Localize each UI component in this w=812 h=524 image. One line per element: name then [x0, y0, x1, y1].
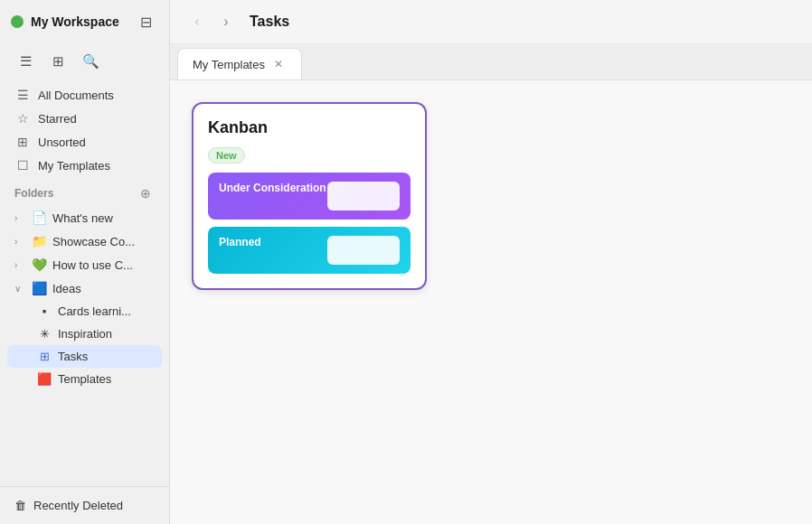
whats-new-label: What's new [52, 211, 113, 225]
tab-my-templates-label: My Templates [193, 58, 265, 71]
sidebar-item-my-templates[interactable]: ☐ My Templates [7, 154, 162, 177]
sidebar-item-ideas[interactable]: ∨ 🟦 Ideas [7, 276, 162, 300]
tab-bar: My Templates ✕ [170, 44, 812, 80]
starred-icon: ☆ [14, 111, 31, 126]
ideas-icon: 🟦 [31, 281, 47, 295]
kanban-card-placeholder [327, 236, 400, 265]
search-button[interactable]: 🔍 [76, 47, 105, 76]
starred-label: Starred [38, 112, 77, 126]
sidebar-item-templates[interactable]: 🟥 Templates [7, 368, 162, 390]
inspiration-icon: ✳ [36, 327, 52, 341]
new-badge: New [208, 147, 245, 164]
sidebar-item-how-to-use[interactable]: › 💚 How to use C... [7, 253, 162, 276]
showcase-icon: 📁 [31, 234, 47, 248]
cards-learning-icon: ▪ [36, 304, 52, 318]
inspiration-label: Inspiration [58, 327, 112, 341]
whats-new-icon: 📄 [31, 211, 47, 225]
all-documents-icon: ☰ [14, 88, 31, 102]
chevron-right-icon: › [14, 213, 25, 223]
close-tab-button[interactable]: ✕ [270, 56, 287, 72]
nav-arrows: ‹ › [184, 9, 239, 34]
tasks-icon: ⊞ [36, 350, 52, 363]
my-templates-icon: ☐ [14, 158, 31, 173]
back-button[interactable]: ‹ [184, 9, 210, 34]
sidebar-item-all-documents[interactable]: ☰ All Documents [7, 83, 162, 107]
chevron-right-icon: › [14, 260, 25, 270]
folders-label: Folders [14, 187, 53, 200]
kanban-preview: Under Consideration Planned [208, 173, 411, 274]
main-header: ‹ › Tasks [170, 0, 812, 44]
how-to-use-icon: 💚 [31, 257, 47, 272]
lane-under-consideration-label: Under Consideration [219, 182, 327, 194]
tab-my-templates[interactable]: My Templates ✕ [177, 48, 302, 80]
kanban-card-placeholder [327, 182, 400, 211]
sidebar-item-tasks[interactable]: ⊞ Tasks [7, 345, 162, 368]
grid-view-button[interactable]: ⊞ [43, 47, 72, 76]
chevron-right-icon: › [14, 237, 25, 247]
main-body: My Templates ✕ Kanban New Under Consider… [170, 44, 812, 524]
sidebar-item-showcase[interactable]: › 📁 Showcase Co... [7, 229, 162, 253]
forward-button[interactable]: › [213, 9, 239, 34]
main-content: ‹ › Tasks My Templates ✕ Kanban New Unde… [170, 0, 812, 524]
unsorted-label: Unsorted [38, 136, 86, 149]
recently-deleted-label: Recently Deleted [33, 499, 123, 512]
toggle-sidebar-button[interactable]: ⊟ [133, 9, 158, 34]
chevron-down-icon: ∨ [14, 284, 25, 294]
unsorted-icon: ⊞ [14, 135, 31, 149]
sidebar-actions: ☰ ⊞ 🔍 [0, 43, 169, 83]
ideas-label: Ideas [52, 282, 81, 295]
add-folder-button[interactable]: ⊕ [137, 184, 155, 202]
sidebar-item-unsorted[interactable]: ⊞ Unsorted [7, 130, 162, 154]
trash-icon: 🗑 [14, 499, 26, 512]
sidebar-item-starred[interactable]: ☆ Starred [7, 107, 162, 130]
template-content-area: Kanban New Under Consideration Planned [170, 80, 812, 524]
sidebar-nav: ☰ All Documents ☆ Starred ⊞ Unsorted ☐ M… [0, 83, 169, 177]
lane-planned-label: Planned [219, 236, 327, 248]
kanban-title: Kanban [208, 118, 411, 137]
how-to-use-label: How to use C... [52, 258, 133, 272]
page-title: Tasks [250, 14, 289, 30]
templates-icon: 🟥 [36, 372, 52, 386]
sidebar-item-cards-learning[interactable]: ▪ Cards learni... [7, 300, 162, 323]
list-view-button[interactable]: ☰ [11, 47, 40, 76]
sidebar-item-inspiration[interactable]: ✳ Inspiration [7, 323, 162, 345]
sidebar-item-recently-deleted[interactable]: 🗑 Recently Deleted [7, 494, 162, 517]
kanban-lane-planned: Planned [208, 227, 411, 274]
folders-header: Folders ⊕ [0, 177, 169, 206]
showcase-label: Showcase Co... [52, 235, 135, 248]
workspace-name: My Workspace [31, 14, 126, 29]
my-templates-label: My Templates [38, 159, 110, 173]
sidebar: My Workspace ⊟ ☰ ⊞ 🔍 ☰ All Documents ☆ S… [0, 0, 170, 524]
all-documents-label: All Documents [38, 89, 114, 102]
kanban-template-card[interactable]: Kanban New Under Consideration Planned [192, 102, 427, 290]
sidebar-header: My Workspace ⊟ [0, 0, 169, 43]
sidebar-item-whats-new[interactable]: › 📄 What's new [7, 206, 162, 229]
workspace-status-dot [11, 15, 24, 28]
kanban-lane-under-consideration: Under Consideration [208, 173, 411, 220]
templates-label: Templates [58, 372, 111, 386]
tasks-label: Tasks [58, 350, 88, 363]
sidebar-bottom: 🗑 Recently Deleted [0, 486, 169, 524]
cards-learning-label: Cards learni... [58, 304, 131, 318]
